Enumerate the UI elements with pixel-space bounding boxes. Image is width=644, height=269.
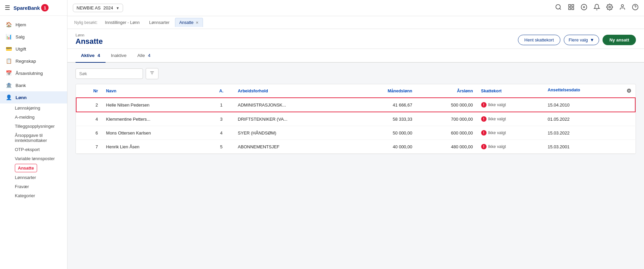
main-content: NEWBIE AS 2024 ▼ xyxy=(67,0,644,269)
subnav-fravaer[interactable]: Fravær xyxy=(15,182,67,191)
breadcrumb-tab-ansatte[interactable]: Ansatte ✕ xyxy=(175,18,203,27)
search-row xyxy=(76,68,636,79)
svg-line-1 xyxy=(560,8,561,10)
add-circle-icon[interactable] xyxy=(581,4,587,12)
close-tab-icon[interactable]: ✕ xyxy=(196,21,199,25)
sidebar-item-label: Salg xyxy=(16,34,25,39)
cell-aarsloen: 600 000,00 xyxy=(416,126,477,140)
help-icon[interactable] xyxy=(632,4,639,12)
table-header-row: Nr Navn A. Arbeidsforhold Månedslønn Års… xyxy=(76,84,635,98)
svg-rect-5 xyxy=(572,8,574,10)
user-icon: 👤 xyxy=(5,94,12,100)
cell-arbeidsforhold: ADMINISTRASJONSK... xyxy=(234,98,350,112)
cell-maanedsloen: 40 000,00 xyxy=(350,140,416,154)
error-icon: ! xyxy=(481,102,487,108)
subnav-amelding[interactable]: A-melding xyxy=(15,113,67,122)
sidebar-item-label: Regnskap xyxy=(16,59,36,64)
logo-badge: 1 xyxy=(41,4,49,11)
cell-ansettelsesdato: 15.03.2001 xyxy=(544,140,635,154)
sidebar-item-label: Årsavslutning xyxy=(16,71,43,76)
cell-aarsloen: 700 000,00 xyxy=(416,112,477,126)
cell-nr: 2 xyxy=(76,98,102,112)
status-badge: ! Ikke valgt xyxy=(481,116,540,122)
logo: SpareBank 1 xyxy=(13,4,49,11)
sidebar-item-bank[interactable]: 🏦 Bank xyxy=(0,79,67,91)
table-settings-icon[interactable]: ⚙ xyxy=(626,88,631,94)
sidebar-item-label: Lønn xyxy=(16,95,27,100)
cell-maanedsloen: 58 333,33 xyxy=(350,112,416,126)
col-arbeidsforhold[interactable]: Arbeidsforhold xyxy=(234,84,350,98)
tab-alle[interactable]: Alle 4 xyxy=(132,49,156,63)
sidebar-item-label: Hjem xyxy=(16,22,26,27)
col-maanedsloen[interactable]: Månedslønn xyxy=(350,84,416,98)
company-selector[interactable]: NEWBIE AS 2024 ▼ xyxy=(73,4,123,12)
col-aarsloen[interactable]: Årslønn xyxy=(416,84,477,98)
sidebar-item-regnskap[interactable]: 📋 Regnskap xyxy=(0,55,67,67)
sidebar-item-label: Bank xyxy=(16,83,26,88)
bell-icon[interactable] xyxy=(593,4,600,12)
chart-icon: 📊 xyxy=(5,34,12,40)
ny-ansatt-button[interactable]: Ny ansatt xyxy=(603,35,636,45)
cell-maanedsloen: 41 666,67 xyxy=(350,98,416,112)
cell-maanedsloen: 50 000,00 xyxy=(350,126,416,140)
sidebar-item-hjem[interactable]: 🏠 Hjem xyxy=(0,19,67,31)
svg-rect-2 xyxy=(569,5,571,7)
table-row[interactable]: 6 Mons Ottersen Karlsen 4 SYER (HÅNDSØM)… xyxy=(76,126,635,140)
subnav-lonnsarter[interactable]: Lønnsarter xyxy=(15,173,67,182)
chevron-down-icon: ▼ xyxy=(590,37,594,42)
subnav-tilleggsopplysninger[interactable]: Tilleggsopplysninger xyxy=(15,122,67,131)
svg-point-0 xyxy=(556,5,560,9)
sidebar-item-utgift[interactable]: 💳 Utgift xyxy=(0,43,67,55)
flere-valg-button[interactable]: Flere valg ▼ xyxy=(564,35,599,45)
col-a[interactable]: A. xyxy=(209,84,234,98)
bank-icon: 🏦 xyxy=(5,82,12,88)
svg-point-9 xyxy=(609,6,611,8)
subnav-variable-lonn[interactable]: Variable lønnsposter xyxy=(15,154,67,163)
table-row[interactable]: 7 Henrik Lien Åsen 5 ABONNEMENTSJEF 40 0… xyxy=(76,140,635,154)
table-row[interactable]: 2 Helle Nilsen Pedersen 1 ADMINISTRASJON… xyxy=(76,98,635,112)
col-skattekort[interactable]: Skattekort xyxy=(477,84,544,98)
cell-navn: Klemmentine Petters... xyxy=(102,112,209,126)
breadcrumb-tab-lonnsarter[interactable]: Lønnsarter xyxy=(145,18,173,27)
topbar-icons xyxy=(555,4,639,12)
grid-icon[interactable] xyxy=(568,4,575,12)
breadcrumb-bar: Nylig besøkt: Innstillinger - Lønn Lønns… xyxy=(67,16,644,29)
content-area: Lønn Ansatte Hent skattekort Flere valg … xyxy=(67,29,644,269)
cell-nr: 6 xyxy=(76,126,102,140)
search-icon[interactable] xyxy=(555,4,562,12)
user-profile-icon[interactable] xyxy=(619,4,626,12)
cell-aarsloen: 500 000,00 xyxy=(416,98,477,112)
page-subtitle: Lønn xyxy=(76,33,103,37)
subnav-ansatte[interactable]: Ansatte xyxy=(15,164,37,172)
svg-rect-3 xyxy=(572,5,574,7)
search-input[interactable] xyxy=(76,68,143,79)
clipboard-icon: 📋 xyxy=(5,58,12,64)
hent-skattekort-button[interactable]: Hent skattekort xyxy=(518,35,560,45)
subnav-otp-eksport[interactable]: OTP-eksport xyxy=(15,145,67,154)
settings-icon[interactable] xyxy=(606,4,613,12)
employees-table: Nr Navn A. Arbeidsforhold Månedslønn Års… xyxy=(76,84,636,154)
col-ansettelsesdato[interactable]: Ansettelsesdato ⚙ xyxy=(544,84,635,98)
breadcrumb-tab-innstillinger[interactable]: Innstillinger - Lønn xyxy=(101,18,144,27)
cell-skattekort: ! Ikke valgt xyxy=(477,140,544,154)
sidebar-item-lonn[interactable]: 👤 Lønn xyxy=(0,91,67,103)
table-row[interactable]: 4 Klemmentine Petters... 3 DRIFTSTEKNIKE… xyxy=(76,112,635,126)
hamburger-icon[interactable]: ☰ xyxy=(5,4,10,11)
sidebar-item-aarsavslutning[interactable]: 📅 Årsavslutning xyxy=(0,67,67,79)
filter-button[interactable] xyxy=(146,68,158,79)
sidebar-item-salg[interactable]: 📊 Salg xyxy=(0,31,67,43)
subnav-arsoppgave[interactable]: Årsoppgave til inntektsmottaker xyxy=(15,131,67,145)
subnav-kategorier[interactable]: Kategorier xyxy=(15,191,67,200)
tab-inaktive[interactable]: Inaktive xyxy=(106,49,132,63)
error-icon: ! xyxy=(481,130,487,136)
col-navn[interactable]: Navn xyxy=(102,84,209,98)
error-icon: ! xyxy=(481,144,487,149)
topbar: NEWBIE AS 2024 ▼ xyxy=(67,0,644,16)
col-nr[interactable]: Nr xyxy=(76,84,102,98)
table-body: 2 Helle Nilsen Pedersen 1 ADMINISTRASJON… xyxy=(76,98,635,154)
subnav-lonnskjoring[interactable]: Lønnskjøring xyxy=(15,103,67,113)
search-input-wrap xyxy=(76,68,143,79)
table-section: Nr Navn A. Arbeidsforhold Månedslønn Års… xyxy=(67,63,644,159)
tabs-bar: Aktive 4 Inaktive Alle 4 xyxy=(67,49,644,63)
tab-aktive[interactable]: Aktive 4 xyxy=(76,49,106,63)
